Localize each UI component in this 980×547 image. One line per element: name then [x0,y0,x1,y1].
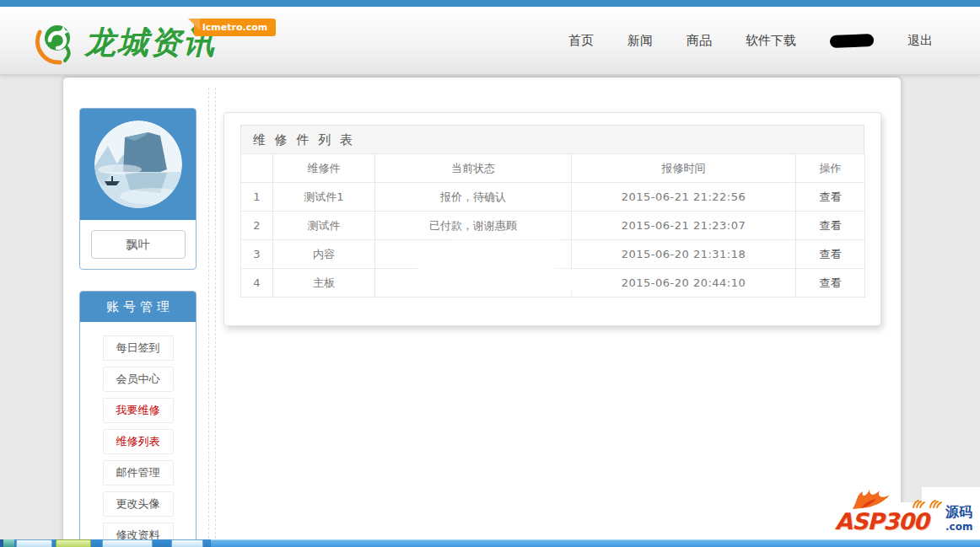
asp300-watermark: ASP300 源码 .com [831,502,980,541]
nav-home[interactable]: 首页 [568,33,594,49]
sidebar-item-mail-management[interactable]: 邮件管理 [103,460,174,485]
content-wrapper: 飘叶 账 号 管 理 每日签到 会员中心 我要维修 维修列表 邮件管理 更改头像… [63,78,901,547]
top-accent-bar [0,0,980,7]
account-menu: 每日签到 会员中心 我要维修 维修列表 邮件管理 更改头像 修改资料 [80,322,196,547]
repair-list-panel: 维 修 件 列 表 维修件 当前状态 报修时间 操作 1 测试件1 [223,112,881,326]
censored-username-blob[interactable] [830,34,874,48]
logo-domain-badge: lcmetro.com [194,19,276,36]
avatar-landscape-image [94,121,182,208]
nav-news[interactable]: 新闻 [627,33,653,49]
cell-index: 3 [241,240,273,269]
taskbar-button[interactable] [171,539,203,547]
cell-item: 测试件1 [273,183,375,212]
cell-index: 4 [241,269,273,298]
logo-e-swirl-icon [32,19,81,67]
nav-products[interactable]: 商品 [687,33,712,49]
cell-action: 查看 [796,240,865,269]
cell-index: 1 [241,183,273,212]
cell-action: 查看 [796,212,865,240]
account-section-title: 账 号 管 理 [80,292,196,322]
watermark-cn-text: 源码 [945,506,972,519]
whiteout-smudge [454,241,559,249]
cell-action: 查看 [796,269,865,298]
nav-logout[interactable]: 退出 [907,33,933,49]
sidebar-item-repair-list[interactable]: 维修列表 [103,429,174,454]
panel-title: 维 修 件 列 表 [240,125,864,154]
col-header-action: 操作 [796,154,865,183]
taskbar-button-green[interactable] [56,539,91,547]
watermark-right-column: 源码 .com [945,506,972,532]
page: 龙城资讯 lcmetro.com 首页 新闻 商品 软件下载 退出 [0,0,980,547]
col-header-time: 报修时间 [572,154,796,183]
cell-time: 2015-06-20 20:44:10 [572,269,796,298]
table-row: 2 测试件 已付款，谢谢惠顾 2015-06-21 21:23:07 查看 [241,212,865,240]
profile-card: 飘叶 [79,108,197,270]
flame-icon [849,488,897,510]
sidebar-item-change-avatar[interactable]: 更改头像 [103,491,174,517]
taskbar-active-window-button[interactable] [211,539,980,547]
whiteout-smudge [417,254,557,271]
table-row: 1 测试件1 报价，待确认 2015-06-21 21:22:56 查看 [241,183,865,212]
taskbar-button[interactable] [16,539,52,547]
whiteout-smudge [538,272,579,289]
taskbar-button[interactable] [102,539,153,547]
view-link[interactable]: 查看 [820,248,842,260]
username-button[interactable]: 飘叶 [91,230,186,259]
watermark-com-text: .com [945,522,972,532]
watermark-asp300-text: ASP300 [835,508,929,534]
nav-software-download[interactable]: 软件下载 [746,33,796,49]
account-management-card: 账 号 管 理 每日签到 会员中心 我要维修 维修列表 邮件管理 更改头像 修改… [79,291,197,547]
cell-action: 查看 [796,183,865,212]
sidebar-item-member-center[interactable]: 会员中心 [103,367,174,392]
cell-item: 内容 [273,240,375,269]
windows-taskbar [0,539,980,547]
cell-time: 2015-06-21 21:22:56 [572,183,796,212]
table-header-row: 维修件 当前状态 报修时间 操作 [241,154,865,183]
view-link[interactable]: 查看 [820,190,842,203]
cell-index: 2 [241,212,273,240]
taskbar-start-edge[interactable] [3,539,14,547]
avatar[interactable] [94,121,182,208]
view-link[interactable]: 查看 [820,219,842,232]
cell-time: 2015-06-20 21:31:18 [572,240,796,269]
cell-time: 2015-06-21 21:23:07 [572,212,796,240]
col-header-status: 当前状态 [375,154,572,183]
cell-item: 测试件 [273,212,375,240]
column-divider-dashed [208,88,209,547]
claw-mark-icon [912,500,925,508]
cell-status: 已付款，谢谢惠顾 [375,212,572,240]
view-link[interactable]: 查看 [820,276,842,289]
profile-card-header [80,109,196,220]
sidebar-item-request-repair[interactable]: 我要维修 [103,398,174,423]
sidebar-item-daily-signin[interactable]: 每日签到 [103,335,174,361]
column-divider-dashed [215,88,216,547]
cell-item: 主板 [273,269,375,298]
top-nav: 首页 新闻 商品 软件下载 退出 [568,7,933,75]
site-header: 龙城资讯 lcmetro.com 首页 新闻 商品 软件下载 退出 [0,7,980,75]
cell-status: 报价，待确认 [375,183,572,212]
col-header-index [241,154,273,183]
claw-mark-icon [929,500,942,508]
col-header-item: 维修件 [273,154,375,183]
